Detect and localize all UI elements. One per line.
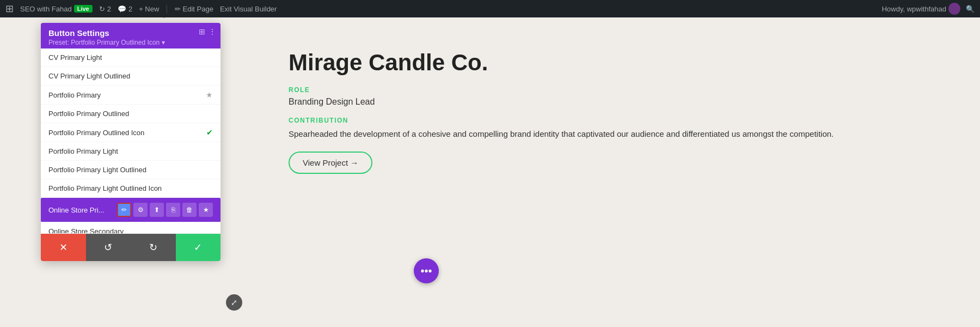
preset-item-portfolio-primary-light-outlined-icon[interactable]: Portfolio Primary Light Outlined Icon bbox=[41, 179, 220, 198]
search-btn[interactable]: 🔍 bbox=[966, 5, 975, 13]
preset-list: CV Primary Light CV Primary Light Outlin… bbox=[41, 49, 220, 234]
comment-icon: 💬 bbox=[118, 5, 126, 13]
star-icon: ★ bbox=[206, 90, 213, 99]
preset-name: CV Primary Light bbox=[48, 53, 213, 62]
preset-item-portfolio-primary-outlined-icon[interactable]: Portfolio Primary Outlined Icon ✔ bbox=[41, 123, 220, 142]
left-panel: ty Beauty Co. esigner View Project → Sel… bbox=[0, 17, 234, 327]
preset-star-btn[interactable]: ★ bbox=[199, 203, 213, 217]
preset-edit-btn[interactable]: ✏ bbox=[117, 203, 131, 217]
confirm-btn[interactable]: ✓ bbox=[176, 234, 221, 261]
undo-btn[interactable]: ↺ bbox=[86, 234, 131, 261]
user-greeting[interactable]: Howdy, wpwithfahad bbox=[882, 3, 960, 15]
right-content: Mirage Candle Co. ROLE Branding Design L… bbox=[234, 17, 980, 327]
redo-btn[interactable]: ↻ bbox=[131, 234, 176, 261]
site-name-label: SEO with Fahad bbox=[20, 5, 72, 13]
card-title: Mirage Candle Co. bbox=[289, 50, 926, 75]
contribution-text: Spearheaded the development of a cohesiv… bbox=[289, 128, 926, 141]
revision-icon: ↻ bbox=[99, 5, 105, 13]
preset-delete-btn[interactable]: 🗑 bbox=[182, 203, 197, 217]
floating-dots-icon: ••• bbox=[420, 265, 432, 277]
preset-actions: ✏ ⚙ ⬆ ⎘ 🗑 ★ bbox=[117, 203, 213, 217]
greeting-text: Howdy, wpwithfahad bbox=[882, 5, 946, 13]
admin-bar-right: Howdy, wpwithfahad 🔍 bbox=[882, 3, 975, 15]
panel-menu-icon[interactable]: ⋮ bbox=[209, 27, 216, 36]
preset-duplicate-btn[interactable]: ⎘ bbox=[166, 203, 180, 217]
wp-icon: ⊞ bbox=[5, 3, 14, 15]
preset-name: Portfolio Primary Light Outlined bbox=[48, 166, 213, 174]
revision-number: 2 bbox=[107, 5, 111, 13]
live-badge: Live bbox=[74, 5, 93, 13]
preset-name: Portfolio Primary bbox=[48, 91, 206, 99]
floating-action-btn[interactable]: ••• bbox=[414, 258, 439, 283]
preset-name: Portfolio Primary Outlined Icon bbox=[48, 129, 206, 137]
edit-page-btn[interactable]: ✏ Edit Page bbox=[175, 5, 213, 13]
cancel-btn[interactable]: ✕ bbox=[41, 234, 86, 261]
preset-name: Portfolio Primary Light Outlined Icon bbox=[48, 184, 213, 192]
preset-name: Online Store Secondary bbox=[48, 227, 213, 234]
view-project-btn[interactable]: View Project → bbox=[289, 152, 372, 174]
preset-item-online-store-secondary[interactable]: Online Store Secondary bbox=[41, 222, 220, 234]
role-value: Branding Design Lead bbox=[289, 97, 926, 107]
preset-item-portfolio-primary-light-outlined[interactable]: Portfolio Primary Light Outlined bbox=[41, 161, 220, 179]
preset-chevron: ▾ bbox=[162, 39, 165, 46]
comment-count: 2 bbox=[128, 5, 132, 13]
preset-label-text: Preset: Portfolio Primary Outlined Icon bbox=[48, 39, 160, 46]
contribution-label: CONTRIBUTION bbox=[289, 117, 926, 124]
admin-bar: ⊞ SEO with Fahad Live ↻ 2 💬 2 + New | ✏ … bbox=[0, 0, 980, 17]
exit-builder-label: Exit Visual Builder bbox=[220, 5, 277, 13]
preset-item-cv-primary-light-outlined[interactable]: CV Primary Light Outlined bbox=[41, 67, 220, 86]
edit-page-label: Edit Page bbox=[183, 5, 213, 13]
panel-title: Button Settings bbox=[48, 28, 213, 38]
check-icon: ✔ bbox=[206, 128, 213, 137]
new-btn[interactable]: + New bbox=[139, 5, 159, 13]
drag-handle[interactable]: ⤢ bbox=[226, 294, 242, 311]
preset-item-cv-primary-light[interactable]: CV Primary Light bbox=[41, 49, 220, 67]
revision-count[interactable]: ↻ 2 bbox=[99, 5, 111, 13]
wp-logo-btn[interactable]: ⊞ bbox=[5, 3, 14, 15]
preset-name: Online Store Pri... bbox=[48, 206, 117, 214]
preset-item-portfolio-primary-light[interactable]: Portfolio Primary Light bbox=[41, 142, 220, 161]
preset-name: Portfolio Primary Outlined bbox=[48, 110, 213, 118]
edit-icon: ✏ bbox=[175, 5, 181, 13]
role-label: ROLE bbox=[289, 86, 926, 94]
mirage-candle-card: Mirage Candle Co. ROLE Branding Design L… bbox=[267, 39, 947, 185]
drag-icon: ⤢ bbox=[231, 298, 237, 307]
preset-name: Portfolio Primary Light bbox=[48, 147, 213, 155]
preset-item-online-store-primary[interactable]: Online Store Pri... ✏ ⚙ ⬆ ⎘ 🗑 ★ bbox=[41, 198, 220, 222]
preset-settings-btn[interactable]: ⚙ bbox=[133, 203, 148, 217]
panel-header: Button Settings Preset: Portfolio Primar… bbox=[41, 23, 220, 49]
panel-header-actions: ⊞ ⋮ bbox=[199, 27, 216, 36]
panel-grid-icon[interactable]: ⊞ bbox=[199, 27, 205, 36]
search-icon: 🔍 bbox=[966, 5, 975, 13]
preset-export-btn[interactable]: ⬆ bbox=[150, 203, 164, 217]
button-settings-panel: Select A Preset Button Settings Preset: … bbox=[41, 23, 220, 261]
preset-item-portfolio-primary[interactable]: Portfolio Primary ★ bbox=[41, 86, 220, 105]
panel-preset-label[interactable]: Preset: Portfolio Primary Outlined Icon … bbox=[48, 39, 213, 46]
bottom-bar: ✕ ↺ ↻ ✓ bbox=[41, 234, 220, 261]
comment-btn[interactable]: 💬 2 bbox=[118, 5, 132, 13]
main-content: ty Beauty Co. esigner View Project → Sel… bbox=[0, 17, 980, 327]
exit-builder-btn[interactable]: Exit Visual Builder bbox=[220, 5, 277, 13]
preset-name: CV Primary Light Outlined bbox=[48, 72, 213, 80]
site-name[interactable]: SEO with Fahad Live bbox=[20, 5, 93, 13]
avatar bbox=[948, 3, 960, 15]
new-label: + New bbox=[139, 5, 159, 13]
preset-item-portfolio-primary-outlined[interactable]: Portfolio Primary Outlined bbox=[41, 105, 220, 123]
